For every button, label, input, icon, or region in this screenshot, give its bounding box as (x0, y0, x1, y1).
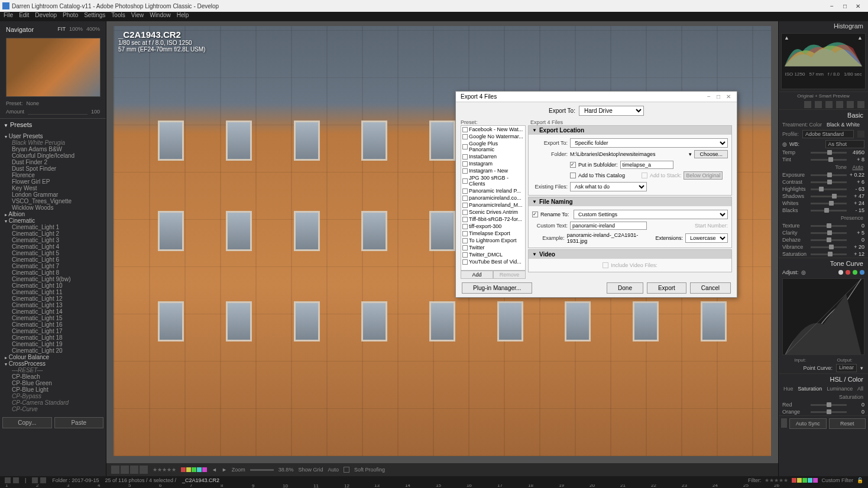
slider-tint[interactable] (811, 159, 847, 161)
tone-auto[interactable]: Auto (852, 164, 863, 170)
curve-channel-r[interactable] (846, 270, 850, 275)
preset-item[interactable]: Cinematic_Light 20 (2, 347, 103, 354)
preset-item[interactable]: Cinematic_Light 14 (2, 308, 103, 315)
slider-orange[interactable] (811, 411, 847, 413)
preset-item[interactable]: Cinematic_Light 10 (2, 282, 103, 289)
menu-edit[interactable]: Edit (19, 12, 29, 21)
preset-item[interactable]: Cinematic_Light 13 (2, 302, 103, 308)
custom-filter[interactable]: Custom Filter (821, 477, 853, 483)
grid-icon[interactable] (140, 466, 148, 474)
preset-item[interactable]: Black White Perugia (2, 139, 103, 146)
preset-item[interactable]: Cinematic_Light 6 (2, 256, 103, 263)
menu-window[interactable]: Window (150, 12, 171, 21)
preset-group[interactable]: ▸ Albion (2, 211, 103, 217)
export-preset-item[interactable]: Google Plus Panoramic (461, 140, 525, 153)
preset-item[interactable]: Cinematic_Light 19 (2, 341, 103, 347)
histogram[interactable]: ▲ ▲ ISO 1250 57 mm f / 8.0 1/80 sec (781, 33, 866, 89)
zoom-100[interactable]: 100% (69, 26, 83, 33)
hsl-tab-hue[interactable]: Hue (783, 386, 793, 392)
add-catalog-checkbox[interactable] (570, 173, 576, 178)
preset-group[interactable]: ▸ Colour Balance (2, 354, 103, 360)
navigator-preview[interactable] (6, 38, 101, 97)
export-button[interactable]: Export (647, 282, 686, 294)
preset-item[interactable]: London Grammar (2, 191, 103, 198)
brush-tool-icon[interactable] (857, 101, 864, 108)
minimize-button[interactable]: − (829, 3, 835, 9)
slider-clarity[interactable] (811, 232, 847, 234)
second-monitor-icon[interactable] (5, 477, 11, 483)
hsl-tab-lum[interactable]: Luminance (827, 386, 853, 392)
preset-item[interactable]: Cinematic_Light 18 (2, 334, 103, 341)
menu-tools[interactable]: Tools (111, 12, 125, 21)
preset-item[interactable]: Cinematic_Light 15 (2, 315, 103, 321)
export-preset-list[interactable]: Facebook - New Wat...Google No Watermar.… (461, 125, 526, 271)
preset-item[interactable]: Florence (2, 172, 103, 178)
treatment-bw[interactable]: Black & White (827, 122, 860, 128)
subfolder-input[interactable] (620, 161, 673, 169)
filter-lock-icon[interactable]: 🔓 (857, 477, 863, 483)
slider-contrast[interactable] (811, 181, 847, 183)
preset-item[interactable]: Cinematic_Light 12 (2, 295, 103, 302)
dialog-minimize-icon[interactable]: − (707, 93, 713, 99)
reset-button[interactable]: Reset (829, 418, 866, 429)
paste-button[interactable]: Paste (54, 417, 104, 428)
tone-curve-editor[interactable] (782, 278, 864, 355)
copy-button[interactable]: Copy... (2, 417, 52, 428)
filter-colors[interactable] (792, 478, 818, 483)
point-curve-select[interactable]: Linear (836, 364, 857, 372)
menu-view[interactable]: View (131, 12, 144, 21)
preset-item[interactable]: Cinematic_Light 3 (2, 237, 103, 243)
original-preview-label[interactable]: Original + Smart Preview (779, 92, 868, 100)
wb-select[interactable]: As Shot (825, 140, 865, 148)
export-preset-item[interactable]: Facebook - New Wat... (461, 126, 525, 133)
prev-photo-icon[interactable]: ◄ (212, 467, 217, 473)
curve-channel-rgb[interactable] (838, 270, 843, 275)
preset-group[interactable]: ▾ CrossProcess (2, 360, 103, 367)
hsl-tab-all[interactable]: All (857, 386, 863, 392)
preset-item[interactable]: Cinematic_Light 11 (2, 289, 103, 295)
dialog-maximize-icon[interactable]: □ (717, 93, 723, 99)
slider-red[interactable] (811, 404, 847, 406)
filmstrip-folder[interactable]: Folder : 2017-09-15 (52, 477, 99, 483)
preset-item[interactable]: Key West (2, 185, 103, 191)
preset-remove-button[interactable]: Remove (493, 271, 526, 279)
grid-view-icon[interactable] (13, 477, 19, 483)
preset-item[interactable]: Cinematic_Light 7 (2, 263, 103, 269)
maximize-button[interactable]: □ (842, 3, 848, 9)
rating-stars[interactable]: ★★★★★ (153, 467, 176, 473)
export-preset-item[interactable]: Twitter (461, 244, 525, 251)
filter-stars[interactable]: ★★★★★ (765, 477, 788, 483)
preset-item[interactable]: Cinematic_Light 5 (2, 250, 103, 256)
preset-item[interactable]: Cinematic_Light 2 (2, 230, 103, 237)
export-preset-item[interactable]: InstaDarren (461, 153, 525, 160)
amount-slider[interactable] (28, 109, 88, 115)
export-preset-item[interactable]: To Lightroom Export (461, 237, 525, 244)
export-preset-item[interactable]: tiff-export-300 (461, 223, 525, 230)
profile-browser-icon[interactable] (857, 131, 864, 138)
spot-tool-icon[interactable] (815, 101, 822, 108)
wb-target-icon[interactable]: ◎ (782, 141, 787, 147)
preset-item[interactable]: Cinematic_Light 17 (2, 328, 103, 334)
adjust-target-icon[interactable]: ◎ (801, 269, 806, 275)
put-subfolder-checkbox[interactable] (570, 162, 576, 168)
slider-exposure[interactable] (811, 174, 847, 176)
histogram-title[interactable]: Histogram (779, 21, 868, 31)
slider-vibrance[interactable] (811, 246, 847, 248)
close-button[interactable]: ✕ (855, 3, 861, 9)
export-preset-item[interactable]: Panoramic Ireland P... (461, 187, 525, 194)
dialog-close-icon[interactable]: ✕ (726, 93, 732, 99)
slider-dehaze[interactable] (811, 239, 847, 241)
slider-temp[interactable] (811, 152, 847, 154)
export-preset-item[interactable]: Scenic Drives Antrim (461, 209, 525, 216)
soft-proof-checkbox[interactable] (344, 467, 349, 473)
menu-photo[interactable]: Photo (63, 12, 78, 21)
preset-item[interactable]: CP-Bypass (2, 393, 103, 399)
autosync-button[interactable]: Auto Sync (789, 418, 827, 429)
slider-saturation[interactable] (811, 253, 847, 255)
redeye-tool-icon[interactable] (825, 101, 833, 108)
profile-select[interactable]: Adobe Standard (802, 130, 854, 138)
export-preset-item[interactable]: YouTube Best of Vid... (461, 258, 525, 265)
curve-channel-b[interactable] (860, 270, 864, 275)
export-preset-item[interactable]: panoramicireland.co... (461, 194, 525, 201)
ext-select[interactable]: Lowercase (685, 233, 728, 243)
